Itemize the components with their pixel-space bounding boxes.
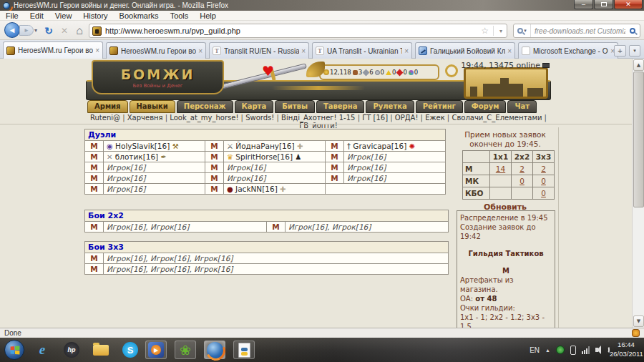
table-row: М Игрок[16], Игрок[16], Игрок[16]: [85, 264, 449, 275]
player-cell[interactable]: ✕ блотик[16] ✒: [104, 152, 205, 162]
player-cell[interactable]: ◉ HolySlavik[16] ⚒: [104, 141, 205, 152]
taskbar-clock[interactable]: 16:44 26/03/2011: [610, 340, 643, 358]
search-bar[interactable]: ▾ free-downloads.net Customized Web Sea: [513, 24, 640, 38]
new-tab-button[interactable]: +: [614, 45, 626, 57]
player-cell[interactable]: ♛ SpiritHorse[16] ♟: [224, 152, 326, 162]
url-dropdown-icon[interactable]: ▾: [493, 26, 507, 36]
bookmark-star-icon[interactable]: ☆: [481, 26, 489, 36]
subnav-link[interactable]: Сволачи_С_Елементами: [445, 114, 542, 122]
translit-favicon: T: [316, 47, 324, 55]
maximize-icon: [601, 2, 607, 6]
reload-button[interactable]: ↻: [42, 24, 56, 37]
tab-translit-ru[interactable]: T Translit RU/EN - Russian Tran... ×: [209, 42, 309, 59]
address-bar[interactable]: http://www.heroeswm.ru/pvp_guild.php ☆ ▾: [89, 24, 507, 38]
nav-battles[interactable]: Битвы: [275, 100, 315, 113]
addon-icon[interactable]: [632, 329, 640, 337]
mode-cell: М: [205, 152, 224, 162]
network-signal-icon[interactable]: [582, 346, 590, 354]
player-cell[interactable]: ● JackNN[16] ✚: [224, 184, 326, 195]
close-button[interactable]: ✕: [614, 0, 643, 9]
nav-army[interactable]: Армия: [87, 100, 128, 113]
nav-rating[interactable]: Рейтинг: [416, 100, 463, 113]
taskbar-skype[interactable]: S: [119, 341, 141, 359]
tab-translit-ua[interactable]: T UA Translit - Ukrainian Transli... ×: [312, 42, 412, 59]
queue-count-link[interactable]: 2: [519, 165, 525, 173]
search-input[interactable]: free-downloads.net Customized Web Sea: [531, 27, 625, 35]
maximize-button[interactable]: [594, 0, 613, 9]
nav-skills[interactable]: Навыки: [130, 100, 175, 113]
tab-heroeswm-1[interactable]: HeroesWM.ru Герои войн... ×: [3, 41, 103, 59]
menu-history[interactable]: History: [77, 11, 113, 20]
subnav-link[interactable]: Вінді_Ахотнег! 1-15: [274, 114, 355, 122]
nav-chat[interactable]: Чат: [507, 100, 537, 113]
tab-close-icon[interactable]: ×: [505, 47, 512, 55]
tab-outlook[interactable]: Microsoft Exchange - Outlook... ×: [518, 42, 618, 59]
nav-map[interactable]: Карта: [235, 100, 274, 113]
taskbar-wmp[interactable]: ▶: [145, 341, 167, 359]
subnav-link[interactable]: ГТ [16]: [355, 114, 388, 122]
stop-button[interactable]: ✕: [57, 24, 72, 37]
scroll-down-icon[interactable]: ▼: [633, 315, 644, 327]
search-engine-button[interactable]: ▾: [514, 24, 531, 37]
player-cell[interactable]: ⚔ ЙоднаРану[16] ✚: [224, 141, 326, 152]
queue-count-link[interactable]: 14: [496, 165, 505, 173]
menu-bookmarks[interactable]: Bookmarks: [114, 11, 165, 20]
taskbar-icq[interactable]: ❀: [175, 341, 196, 359]
m-artifacts: Артефакты из магазина.: [460, 275, 552, 294]
scrollbar-thumb[interactable]: [633, 72, 644, 207]
tab-close-icon[interactable]: ×: [299, 47, 306, 55]
row-label: М: [463, 163, 490, 175]
scroll-up-icon[interactable]: ▲: [633, 59, 644, 71]
queue-count-link[interactable]: 2: [541, 165, 546, 173]
taskbar-python-file[interactable]: [233, 341, 255, 359]
subnav-link[interactable]: ОРДА!: [388, 114, 418, 122]
queue-count-link[interactable]: 0: [541, 189, 546, 197]
tray-expand-icon[interactable]: ▲: [545, 348, 550, 353]
menu-tools[interactable]: Tools: [165, 11, 195, 20]
queue-count-link[interactable]: 0: [519, 177, 525, 185]
tab-heroeswm-2[interactable]: HeroesWM.ru Герои войны и... ×: [106, 42, 206, 59]
device-tray-icon[interactable]: [570, 346, 576, 355]
empty-cell: [512, 187, 533, 200]
clan-logo[interactable]: БОМЖИ Без Войны и Денег: [92, 60, 224, 94]
nav-character[interactable]: Персонаж: [177, 100, 233, 113]
start-button[interactable]: [4, 340, 24, 360]
url-text[interactable]: http://www.heroeswm.ru/pvp_guild.php: [105, 26, 240, 35]
home-button[interactable]: ⌂: [72, 24, 87, 37]
taskbar-firefox[interactable]: [204, 341, 225, 359]
menu-edit[interactable]: Edit: [24, 11, 49, 20]
menu-file[interactable]: File: [0, 11, 24, 20]
player-cell[interactable]: † Gravicapa[16] ✺: [344, 141, 446, 152]
queue-count-link[interactable]: 0: [541, 177, 546, 185]
ie-icon: e: [39, 342, 45, 358]
back-button[interactable]: ◄: [4, 22, 20, 38]
vertical-scrollbar[interactable]: ▲ ▼: [632, 59, 644, 328]
subnav-link[interactable]: Look_at_my_horse!: [163, 114, 239, 122]
antivirus-tray-icon[interactable]: [556, 346, 565, 354]
taskbar-ie[interactable]: e: [31, 341, 53, 359]
minimize-button[interactable]: –: [574, 0, 593, 9]
subnav-link[interactable]: Ruteni@: [90, 114, 120, 122]
menu-help[interactable]: Help: [194, 11, 222, 20]
volume-icon[interactable]: [595, 346, 605, 354]
tab-clan[interactable]: Галицький Бойовий Клан "R... ×: [415, 42, 515, 59]
menu-view[interactable]: View: [49, 11, 78, 20]
nav-roulette[interactable]: Рулетка: [366, 100, 414, 113]
history-dropdown-icon[interactable]: ▾: [34, 27, 37, 34]
subnav-link[interactable]: Харчевня: [120, 114, 163, 122]
subnav-link[interactable]: Swords!: [238, 114, 274, 122]
tab-close-icon[interactable]: ×: [402, 47, 409, 55]
nav-tavern[interactable]: Таверна: [316, 100, 365, 113]
subnav-link[interactable]: Ежек: [418, 114, 444, 122]
forward-button[interactable]: ►: [19, 25, 34, 36]
tab-close-icon[interactable]: ×: [196, 47, 203, 55]
window-titlebar[interactable]: HeroesWM.ru Герои войны и денег. Онлайн …: [0, 0, 644, 11]
language-indicator[interactable]: EN: [530, 346, 540, 354]
search-go-button[interactable]: [625, 28, 640, 34]
list-all-tabs-button[interactable]: ▾: [629, 45, 640, 57]
taskbar-explorer[interactable]: [90, 341, 112, 359]
taskbar-hp[interactable]: hp: [61, 341, 82, 359]
nav-forum[interactable]: Форум: [464, 100, 507, 113]
tab-close-icon[interactable]: ×: [93, 47, 99, 54]
log-icon[interactable]: [542, 63, 550, 68]
